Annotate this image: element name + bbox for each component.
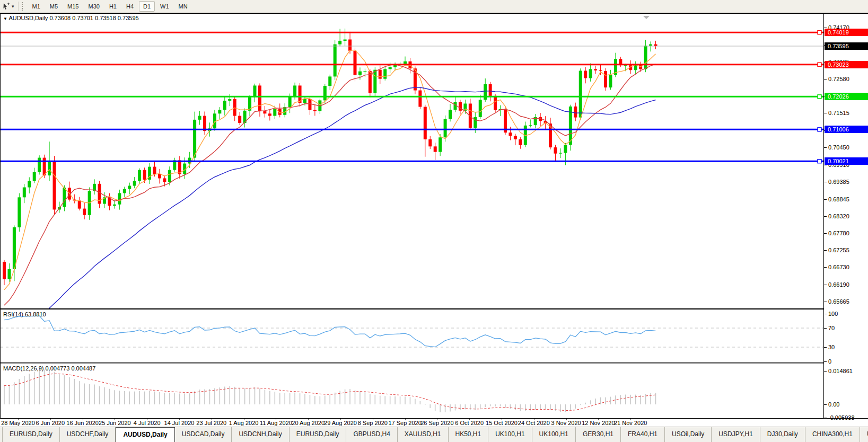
ma-line-40 xyxy=(4,87,656,308)
chart-tab-USOil-H1[interactable]: USOil,H1 xyxy=(860,427,868,442)
chart-tab-UK100-H1[interactable]: UK100,H1 xyxy=(488,427,532,442)
rsi-tick-label: 100 xyxy=(828,311,838,317)
symbol-title: AUDUSD,Daily xyxy=(8,15,48,21)
price-level-label: 0.70021 xyxy=(825,157,868,165)
axis-tick-mark xyxy=(824,28,827,28)
date-label: 24 Oct 2020 xyxy=(518,420,550,426)
rsi-line xyxy=(4,316,656,347)
chart-tab-FRA40-H1[interactable]: FRA40,H1 xyxy=(621,427,665,442)
axis-tick-mark xyxy=(824,347,827,348)
price-tick-label: 0.69385 xyxy=(828,179,849,185)
date-label: 20 Aug 2020 xyxy=(292,420,325,426)
axis-tick-mark xyxy=(824,182,827,182)
toolbar-separator xyxy=(18,2,19,11)
axis-tick-mark xyxy=(824,113,827,113)
rsi-header: RSI(14) 63.8810 xyxy=(3,311,46,317)
price-tick-label: 0.70450 xyxy=(828,144,849,151)
price-tick-label: 0.66190 xyxy=(828,281,849,288)
toolbar-drag-handle[interactable] xyxy=(22,2,24,11)
chart-tab-USOil-Daily[interactable]: USOil,Daily xyxy=(665,427,712,442)
chart-tab-USDCHF-Daily[interactable]: USDCHF,Daily xyxy=(60,427,116,442)
date-label: 14 Jul 2020 xyxy=(164,420,195,426)
date-label: 1 Aug 2020 xyxy=(229,420,259,426)
chart-shift-marker-icon xyxy=(643,16,650,19)
timeframe-button-M1[interactable]: M1 xyxy=(28,1,45,12)
axis-tick-mark xyxy=(824,302,827,302)
current-price-label: 0.73595 xyxy=(825,42,868,50)
macd-tick-label: -0.005938 xyxy=(828,414,855,421)
axis-tick-mark xyxy=(824,250,827,251)
date-label: 21 Nov 2020 xyxy=(614,420,647,426)
date-label: 23 Jul 2020 xyxy=(196,420,226,426)
price-tick-label: 0.71515 xyxy=(828,110,849,116)
timeframe-button-M5[interactable]: M5 xyxy=(46,1,62,12)
timeframe-button-MN[interactable]: MN xyxy=(174,1,192,12)
price-tick-label: 0.68320 xyxy=(828,213,849,219)
axis-tick-mark xyxy=(824,216,827,217)
price-level-label: 0.74019 xyxy=(825,29,868,36)
axis-tick-mark xyxy=(824,233,827,234)
macd-tick-label: 0.00 xyxy=(828,401,839,408)
chart-tab-USDCAD-Daily[interactable]: USDCAD,Daily xyxy=(175,427,232,442)
chart-tab-GBPUSD-H4[interactable]: GBPUSD,H4 xyxy=(346,427,397,442)
axis-tick-mark xyxy=(824,371,827,372)
date-label: 26 Sep 2020 xyxy=(420,420,453,426)
date-label: 8 Sep 2020 xyxy=(358,420,388,426)
chevron-down-icon[interactable]: ▾ xyxy=(12,4,14,9)
axis-tick-mark xyxy=(824,418,827,418)
chart-tab-DJ30-Daily[interactable]: DJ30,Daily xyxy=(760,427,805,442)
chart-tab-GER30-H1[interactable]: GER30,H1 xyxy=(576,427,621,442)
date-label: 17 Sep 2020 xyxy=(388,420,421,426)
date-label: 4 Jul 2020 xyxy=(134,420,161,426)
rsi-tick-label: 70 xyxy=(828,325,835,331)
date-label: 11 Aug 2020 xyxy=(260,420,292,426)
rsi-tick-label: 0 xyxy=(828,358,831,365)
macd-indicator-pane[interactable]: MACD(12,26,9) 0.004773 0.004487 xyxy=(1,364,823,418)
timeframe-button-H4[interactable]: H4 xyxy=(122,1,138,12)
chart-tab-USDCNH-Daily[interactable]: USDCNH,Daily xyxy=(232,427,289,442)
chart-tab-CHINA300-H1[interactable]: CHINA300,H1 xyxy=(805,427,860,442)
axis-tick-mark xyxy=(824,404,827,405)
timeframe-button-M30[interactable]: M30 xyxy=(84,1,104,12)
price-axis: 0.741700.736350.731050.725800.720500.715… xyxy=(823,14,868,418)
chart-tab-EURUSD-Daily[interactable]: EURUSD,Daily xyxy=(2,427,60,442)
price-tick-label: 0.67780 xyxy=(828,230,849,236)
chart-tab-HK50-H1[interactable]: HK50,H1 xyxy=(449,427,489,442)
axis-tick-mark xyxy=(824,314,827,314)
timeframe-button-D1[interactable]: D1 xyxy=(139,1,155,12)
rsi-tick-label: 30 xyxy=(828,344,835,350)
price-level-label: 0.72026 xyxy=(825,93,868,100)
date-label: 3 Nov 2020 xyxy=(551,420,581,426)
axis-tick-mark xyxy=(824,147,827,148)
price-level-label: 0.73023 xyxy=(825,61,868,68)
chart-tab-USDJPY-H1[interactable]: USDJPY,H1 xyxy=(712,427,760,442)
macd-canvas[interactable] xyxy=(1,364,823,418)
candlestick-canvas[interactable] xyxy=(1,14,823,308)
chart-tab-AUDUSD-Daily[interactable]: AUDUSD,Daily xyxy=(116,427,174,442)
collapse-arrow-icon[interactable]: ▼ xyxy=(3,16,7,21)
rsi-indicator-pane[interactable]: RSI(14) 63.8810 xyxy=(1,310,823,363)
pane-resize-divider[interactable] xyxy=(1,363,867,364)
timeframe-button-W1[interactable]: W1 xyxy=(156,1,173,12)
pane-resize-divider[interactable] xyxy=(1,308,867,310)
chart-cursor-icon[interactable] xyxy=(2,2,11,11)
axis-tick-mark xyxy=(824,199,827,200)
rsi-canvas[interactable] xyxy=(1,310,823,363)
ohlc-values: 0.73608 0.73701 0.73518 0.73595 xyxy=(49,15,138,21)
axis-tick-mark xyxy=(824,361,827,362)
macd-tick-label: 0.014861 xyxy=(828,368,853,374)
price-tick-label: 0.67255 xyxy=(828,247,849,253)
price-tick-label: 0.65665 xyxy=(828,298,849,305)
chart-tab-EURUSD-Daily[interactable]: EURUSD,Daily xyxy=(290,427,347,442)
chart-tab-UK100-H1[interactable]: UK100,H1 xyxy=(532,427,576,442)
price-level-label: 0.71006 xyxy=(825,126,868,133)
date-label: 16 Jun 2020 xyxy=(66,420,99,426)
main-price-chart[interactable]: ▼ AUDUSD,Daily 0.73608 0.73701 0.73518 0… xyxy=(1,14,823,308)
candles-layer xyxy=(3,29,657,285)
date-label: 15 Oct 2020 xyxy=(486,420,518,426)
chart-tab-XAUUSD-H1[interactable]: XAUUSD,H1 xyxy=(398,427,449,442)
date-label: 25 Jun 2020 xyxy=(99,420,131,426)
timeframe-button-M15[interactable]: M15 xyxy=(63,1,83,12)
price-tick-label: 0.68845 xyxy=(828,196,849,202)
timeframe-button-H1[interactable]: H1 xyxy=(105,1,121,12)
